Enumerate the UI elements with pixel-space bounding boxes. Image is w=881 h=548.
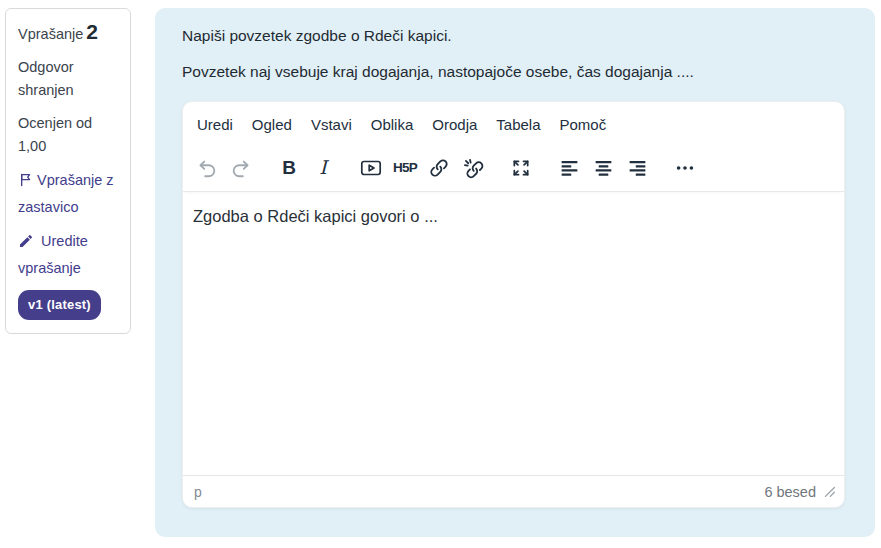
editor-toolbar: B I H5P	[183, 144, 844, 192]
question-info-panel: Vprašanje2 Odgovor shranjen Ocenjen od 1…	[5, 8, 131, 334]
align-right-button[interactable]	[620, 151, 654, 185]
question-label: Vprašanje	[18, 26, 83, 42]
question-text-line2: Povzetek naj vsebuje kraj dogajanja, nas…	[182, 61, 845, 82]
menu-help[interactable]: Pomoč	[552, 112, 615, 137]
toolbar-format-group: B I	[272, 151, 340, 185]
question-text-line1: Napiši povzetek zgodbe o Rdeči kapici.	[182, 25, 845, 46]
italic-icon: I	[319, 158, 327, 177]
media-button[interactable]	[354, 151, 388, 185]
italic-button[interactable]: I	[306, 151, 340, 185]
element-path[interactable]: p	[194, 484, 202, 500]
version-row: v1 (latest)	[18, 290, 118, 320]
toolbar-more-group	[668, 151, 702, 185]
fullscreen-icon	[511, 158, 531, 178]
flag-question-row: Vprašanje z zastavico	[18, 168, 118, 219]
h5p-icon: H5P	[393, 160, 417, 175]
more-options-icon	[674, 157, 696, 179]
edit-question-row: Uredite vprašanje	[18, 229, 118, 280]
resize-handle-icon[interactable]	[823, 485, 836, 498]
h5p-button[interactable]: H5P	[388, 151, 422, 185]
menu-table[interactable]: Tabela	[488, 112, 548, 137]
unlink-button[interactable]	[456, 151, 490, 185]
edit-question-link[interactable]: Uredite vprašanje	[18, 233, 88, 276]
undo-button[interactable]	[190, 151, 224, 185]
flag-question-link[interactable]: Vprašanje z zastavico	[18, 172, 114, 215]
grade-text: Ocenjen od 1,00	[18, 112, 118, 158]
redo-icon	[230, 157, 252, 179]
rich-text-editor: Uredi Ogled Vstavi Oblika Orodja Tabela …	[182, 101, 845, 508]
menu-insert[interactable]: Vstavi	[303, 112, 360, 137]
link-button[interactable]	[422, 151, 456, 185]
toolbar-insert-group: H5P	[354, 151, 490, 185]
question-content-area: Napiši povzetek zgodbe o Rdeči kapici. P…	[155, 8, 875, 537]
align-left-icon	[559, 157, 580, 178]
answer-status: Odgovor shranjen	[18, 56, 118, 102]
question-number-row: Vprašanje2	[18, 20, 118, 46]
align-left-button[interactable]	[552, 151, 586, 185]
question-number: 2	[86, 20, 98, 43]
align-center-icon	[593, 157, 614, 178]
editor-menubar: Uredi Ogled Vstavi Oblika Orodja Tabela …	[183, 102, 844, 144]
align-right-icon	[627, 157, 648, 178]
page-layout: Vprašanje2 Odgovor shranjen Ocenjen od 1…	[0, 0, 881, 537]
menu-edit[interactable]: Uredi	[189, 112, 241, 137]
toolbar-history-group	[190, 151, 258, 185]
fullscreen-button[interactable]	[504, 151, 538, 185]
align-center-button[interactable]	[586, 151, 620, 185]
bold-button[interactable]: B	[272, 151, 306, 185]
editor-content[interactable]: Zgodba o Rdeči kapici govori o ...	[183, 192, 844, 475]
flag-icon	[18, 175, 34, 191]
media-icon	[359, 156, 383, 180]
menu-format[interactable]: Oblika	[363, 112, 422, 137]
version-badge: v1 (latest)	[18, 290, 101, 320]
menu-view[interactable]: Ogled	[244, 112, 300, 137]
bold-icon: B	[282, 158, 296, 177]
toolbar-fullscreen-group	[504, 151, 538, 185]
menu-tools[interactable]: Orodja	[424, 112, 485, 137]
editor-statusbar: p 6 besed	[183, 475, 844, 507]
editor-paragraph[interactable]: Zgodba o Rdeči kapici govori o ...	[193, 205, 834, 228]
redo-button[interactable]	[224, 151, 258, 185]
toolbar-align-group	[552, 151, 654, 185]
undo-icon	[196, 157, 218, 179]
pencil-icon	[18, 236, 34, 252]
more-options-button[interactable]	[668, 151, 702, 185]
question-text: Napiši povzetek zgodbe o Rdeči kapici. P…	[182, 25, 845, 82]
word-count[interactable]: 6 besed	[764, 484, 816, 500]
link-icon	[428, 157, 450, 179]
unlink-icon	[462, 157, 484, 179]
